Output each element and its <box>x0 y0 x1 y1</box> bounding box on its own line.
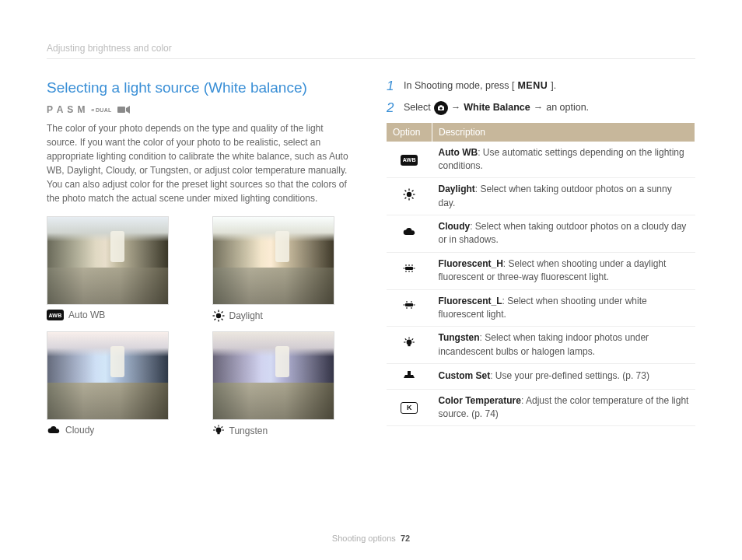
thumb-label: Tungsten <box>229 425 268 436</box>
option-desc-cell: Fluorescent_H: Select when shooting unde… <box>432 252 695 289</box>
svg-line-17 <box>214 426 215 428</box>
svg-line-29 <box>412 190 414 191</box>
step-text-part: an option. <box>546 101 589 115</box>
svg-rect-40 <box>405 303 413 306</box>
svg-point-21 <box>439 107 442 109</box>
option-desc-cell: Fluorescent_L: Select when shooting unde… <box>432 289 695 327</box>
table-row: Cloudy: Select when taking outdoor photo… <box>387 215 695 253</box>
option-icon-cell <box>387 252 432 289</box>
option-desc-cell: Color Temperature: Adjust the color temp… <box>432 389 695 426</box>
option-icon-cell: K <box>387 389 432 426</box>
step-number: 2 <box>387 101 396 114</box>
table-row: Tungsten: Select when taking indoor phot… <box>387 327 695 364</box>
option-icon-cell <box>387 215 432 253</box>
svg-rect-13 <box>217 432 219 434</box>
dual-icon: « DUAL <box>91 105 113 114</box>
svg-line-28 <box>412 198 414 199</box>
options-table: Option Description AWBAuto WB: Use autom… <box>387 123 695 427</box>
svg-line-18 <box>221 426 222 428</box>
step-text-part: In Shooting mode, press [ <box>404 79 514 93</box>
option-icon-cell <box>387 327 432 364</box>
svg-point-12 <box>215 428 221 433</box>
option-icon-cell <box>387 178 432 215</box>
step-number: 1 <box>387 79 396 93</box>
svg-text:DUAL: DUAL <box>96 107 112 113</box>
awb-icon: AWB <box>47 310 64 320</box>
thumb-label: Cloudy <box>65 425 94 436</box>
svg-rect-55 <box>408 371 411 375</box>
step-text-part: Select <box>404 101 431 115</box>
thumb-label: Daylight <box>229 310 263 321</box>
left-column: Selecting a light source (White balance)… <box>47 79 355 437</box>
svg-text:«: « <box>91 107 95 114</box>
option-icon-cell <box>387 289 432 327</box>
thumbnail-grid: AWB Auto WB Daylig <box>47 216 355 437</box>
option-icon-cell: AWB <box>387 142 432 178</box>
svg-line-30 <box>405 198 407 199</box>
arrow-icon: → <box>534 101 544 115</box>
sun-icon <box>212 310 225 322</box>
svg-line-52 <box>405 338 407 340</box>
table-header-description: Description <box>432 123 695 142</box>
thumb-label: Auto WB <box>68 310 105 320</box>
mode-letters: P A S M <box>47 104 86 115</box>
option-icon-cell <box>387 364 432 389</box>
camera-icon <box>434 101 448 115</box>
step-text-part: ]. <box>551 79 556 93</box>
mode-row: P A S M « DUAL <box>47 104 355 115</box>
svg-line-27 <box>405 190 407 191</box>
movie-icon <box>117 105 130 114</box>
thumb-auto-wb: AWB Auto WB <box>47 216 167 322</box>
option-desc-cell: Custom Set: Use your pre-defined setting… <box>432 364 695 389</box>
svg-rect-54 <box>405 375 413 378</box>
white-balance-label: White Balance <box>464 101 530 115</box>
intro-paragraph: The color of your photo depends on the t… <box>47 121 355 205</box>
page-footer: Shooting options 72 <box>0 534 742 543</box>
svg-line-9 <box>221 319 222 320</box>
tungsten-icon <box>212 425 225 437</box>
table-header-option: Option <box>387 123 432 142</box>
breadcrumb: Adjusting brightness and color <box>47 43 695 59</box>
option-desc-cell: Daylight: Select when taking outdoor pho… <box>432 178 695 215</box>
svg-line-53 <box>412 338 414 340</box>
cloud-icon <box>47 425 61 436</box>
svg-line-10 <box>221 312 222 313</box>
menu-icon: MENU <box>517 79 548 93</box>
svg-rect-2 <box>117 107 125 113</box>
table-row: AWBAuto WB: Use automatic settings depen… <box>387 142 695 178</box>
section-title: Selecting a light source (White balance) <box>47 79 355 96</box>
thumb-cloudy: Cloudy <box>47 331 167 437</box>
step-1: 1 In Shooting mode, press [MENU]. <box>387 79 695 93</box>
thumb-tungsten: Tungsten <box>212 331 333 437</box>
svg-point-3 <box>215 313 220 318</box>
svg-line-11 <box>214 319 215 320</box>
page-number: 72 <box>401 534 410 543</box>
step-2: 2 Select → White Balance → an option. <box>387 101 695 115</box>
table-row: Daylight: Select when taking outdoor pho… <box>387 178 695 215</box>
thumb-daylight: Daylight <box>212 216 333 322</box>
svg-line-8 <box>214 312 215 313</box>
table-row: Custom Set: Use your pre-defined setting… <box>387 364 695 389</box>
table-row: KColor Temperature: Adjust the color tem… <box>387 389 695 426</box>
svg-rect-31 <box>405 267 413 270</box>
svg-rect-48 <box>408 345 411 346</box>
svg-point-22 <box>407 192 411 197</box>
option-desc-cell: Cloudy: Select when taking outdoor photo… <box>432 215 695 253</box>
arrow-icon: → <box>451 101 461 115</box>
footer-section: Shooting options <box>332 534 396 543</box>
svg-point-47 <box>407 340 412 345</box>
option-desc-cell: Auto WB: Use automatic settings dependin… <box>432 142 695 178</box>
table-row: Fluorescent_H: Select when shooting unde… <box>387 252 695 289</box>
option-desc-cell: Tungsten: Select when taking indoor phot… <box>432 327 695 364</box>
svg-rect-20 <box>439 105 443 107</box>
right-column: 1 In Shooting mode, press [MENU]. 2 Sele… <box>387 79 695 437</box>
table-row: Fluorescent_L: Select when shooting unde… <box>387 289 695 327</box>
